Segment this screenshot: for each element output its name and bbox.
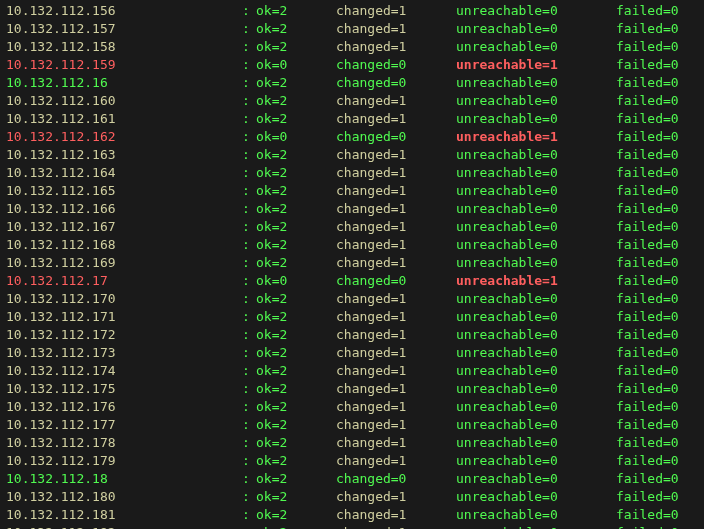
changed-count: changed=1 [336,416,456,434]
host-address: 10.132.112.172 [6,326,242,344]
unreachable-count: unreachable=0 [456,146,616,164]
recap-row: 10.132.112.179:ok=2changed=1unreachable=… [6,452,698,470]
changed-count: changed=1 [336,254,456,272]
ok-count: ok=2 [256,2,336,20]
host-address: 10.132.112.180 [6,488,242,506]
failed-count: failed=0 [616,20,696,38]
ok-count: ok=2 [256,326,336,344]
recap-row: 10.132.112.172:ok=2changed=1unreachable=… [6,326,698,344]
changed-count: changed=1 [336,326,456,344]
separator-colon: : [242,218,256,236]
ok-count: ok=0 [256,272,336,290]
changed-count: changed=1 [336,146,456,164]
changed-count: changed=0 [336,272,456,290]
failed-count: failed=0 [616,146,696,164]
unreachable-count: unreachable=0 [456,92,616,110]
separator-colon: : [242,254,256,272]
changed-count: changed=1 [336,200,456,218]
unreachable-count: unreachable=0 [456,362,616,380]
host-address: 10.132.112.168 [6,236,242,254]
failed-count: failed=0 [616,128,696,146]
ok-count: ok=2 [256,38,336,56]
failed-count: failed=0 [616,236,696,254]
host-address: 10.132.112.174 [6,362,242,380]
changed-count: changed=0 [336,74,456,92]
recap-row: 10.132.112.181:ok=2changed=1unreachable=… [6,506,698,524]
ok-count: ok=2 [256,20,336,38]
separator-colon: : [242,326,256,344]
failed-count: failed=0 [616,398,696,416]
failed-count: failed=0 [616,164,696,182]
unreachable-count: unreachable=0 [456,416,616,434]
ok-count: ok=2 [256,110,336,128]
host-address: 10.132.112.161 [6,110,242,128]
changed-count: changed=1 [336,236,456,254]
unreachable-count: unreachable=0 [456,182,616,200]
separator-colon: : [242,398,256,416]
separator-colon: : [242,272,256,290]
changed-count: changed=1 [336,434,456,452]
ok-count: ok=2 [256,92,336,110]
ok-count: ok=2 [256,344,336,362]
host-address: 10.132.112.163 [6,146,242,164]
host-address: 10.132.112.170 [6,290,242,308]
unreachable-count: unreachable=0 [456,2,616,20]
separator-colon: : [242,236,256,254]
separator-colon: : [242,110,256,128]
separator-colon: : [242,488,256,506]
ok-count: ok=2 [256,290,336,308]
unreachable-count: unreachable=0 [456,74,616,92]
separator-colon: : [242,506,256,524]
recap-row: 10.132.112.169:ok=2changed=1unreachable=… [6,254,698,272]
changed-count: changed=1 [336,524,456,529]
failed-count: failed=0 [616,2,696,20]
host-address: 10.132.112.177 [6,416,242,434]
recap-row: 10.132.112.175:ok=2changed=1unreachable=… [6,380,698,398]
separator-colon: : [242,38,256,56]
separator-colon: : [242,164,256,182]
failed-count: failed=0 [616,200,696,218]
separator-colon: : [242,524,256,529]
failed-count: failed=0 [616,362,696,380]
failed-count: failed=0 [616,182,696,200]
unreachable-count: unreachable=1 [456,56,616,74]
recap-row: 10.132.112.161:ok=2changed=1unreachable=… [6,110,698,128]
changed-count: changed=1 [336,2,456,20]
separator-colon: : [242,74,256,92]
recap-row: 10.132.112.182:ok=2changed=1unreachable=… [6,524,698,529]
recap-row: 10.132.112.170:ok=2changed=1unreachable=… [6,290,698,308]
host-address: 10.132.112.18 [6,470,242,488]
changed-count: changed=1 [336,182,456,200]
recap-row: 10.132.112.163:ok=2changed=1unreachable=… [6,146,698,164]
host-address: 10.132.112.173 [6,344,242,362]
host-address: 10.132.112.16 [6,74,242,92]
recap-row: 10.132.112.160:ok=2changed=1unreachable=… [6,92,698,110]
unreachable-count: unreachable=0 [456,470,616,488]
separator-colon: : [242,20,256,38]
recap-row: 10.132.112.157:ok=2changed=1unreachable=… [6,20,698,38]
host-address: 10.132.112.159 [6,56,242,74]
host-address: 10.132.112.156 [6,2,242,20]
separator-colon: : [242,434,256,452]
ok-count: ok=2 [256,362,336,380]
failed-count: failed=0 [616,218,696,236]
separator-colon: : [242,308,256,326]
host-address: 10.132.112.162 [6,128,242,146]
ok-count: ok=2 [256,416,336,434]
ok-count: ok=2 [256,254,336,272]
failed-count: failed=0 [616,452,696,470]
host-address: 10.132.112.158 [6,38,242,56]
failed-count: failed=0 [616,254,696,272]
separator-colon: : [242,470,256,488]
host-address: 10.132.112.178 [6,434,242,452]
host-address: 10.132.112.157 [6,20,242,38]
separator-colon: : [242,182,256,200]
changed-count: changed=1 [336,452,456,470]
host-address: 10.132.112.176 [6,398,242,416]
changed-count: changed=1 [336,92,456,110]
ok-count: ok=2 [256,380,336,398]
changed-count: changed=1 [336,488,456,506]
unreachable-count: unreachable=0 [456,20,616,38]
failed-count: failed=0 [616,380,696,398]
recap-row: 10.132.112.18:ok=2changed=0unreachable=0… [6,470,698,488]
